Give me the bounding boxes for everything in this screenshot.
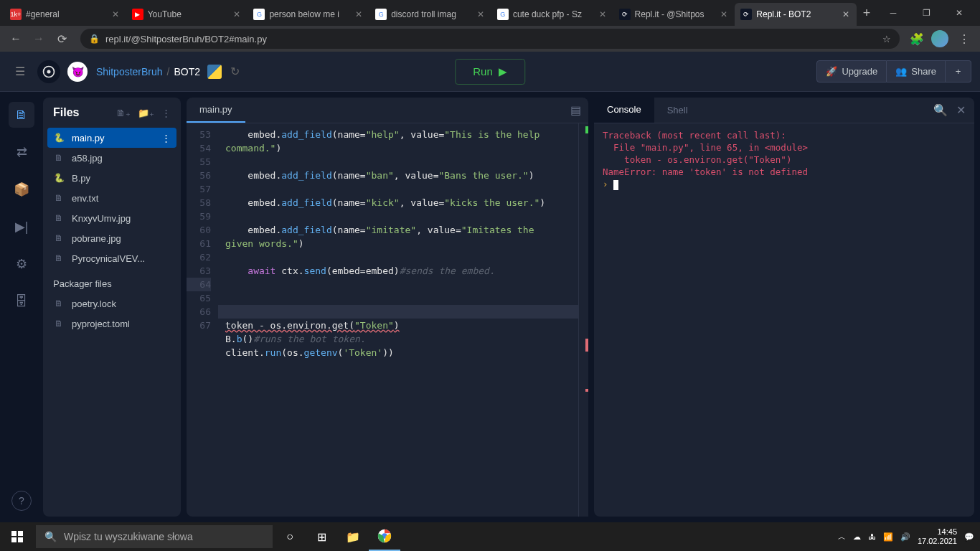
browser-tab[interactable]: ⟳Repl.it - @Shitpos✕ bbox=[613, 3, 735, 26]
version-control-icon[interactable]: ⇄ bbox=[9, 139, 34, 165]
breadcrumb-user[interactable]: ShitposterBruh bbox=[96, 66, 163, 77]
file-name: B.py bbox=[72, 173, 90, 184]
history-icon[interactable]: ↻ bbox=[230, 65, 240, 78]
editor-tab-main[interactable]: main.py bbox=[187, 98, 245, 123]
tray-chevron-icon[interactable]: ︿ bbox=[838, 532, 846, 542]
breadcrumb-project[interactable]: BOT2 bbox=[174, 66, 201, 77]
debugger-icon[interactable]: ▶| bbox=[9, 214, 34, 240]
user-avatar[interactable]: 😈 bbox=[67, 62, 88, 82]
tab-favicon: ⟳ bbox=[740, 9, 752, 20]
tab-close-icon[interactable]: ✕ bbox=[354, 9, 364, 19]
reload-button[interactable]: ⟳ bbox=[52, 29, 72, 49]
tab-close-icon[interactable]: ✕ bbox=[598, 9, 608, 19]
console-panel: Console Shell 🔍 ✕ Traceback (most recent… bbox=[594, 98, 974, 517]
browser-tab[interactable]: ⟳Repl.it - BOT2✕ bbox=[735, 3, 857, 26]
forward-button[interactable]: → bbox=[29, 29, 49, 49]
tray-wifi-icon[interactable]: 📶 bbox=[883, 532, 893, 542]
tab-title: #general bbox=[26, 9, 108, 19]
browser-tab[interactable]: ▶YouTube✕ bbox=[126, 3, 248, 26]
taskbar-clock[interactable]: 14:45 17.02.2021 bbox=[918, 527, 957, 546]
search-icon: 🔍 bbox=[44, 531, 57, 542]
file-name: KnxyvUmv.jpg bbox=[72, 213, 131, 224]
shell-tab[interactable]: Shell bbox=[654, 98, 701, 123]
tab-close-icon[interactable]: ✕ bbox=[110, 9, 121, 19]
chrome-taskbar-icon[interactable] bbox=[369, 522, 400, 551]
code-editor[interactable]: 535455565758596061626364656667 embed.add… bbox=[187, 123, 588, 517]
play-icon: ▶ bbox=[499, 65, 507, 78]
taskbar-search[interactable]: 🔍 Wpisz tu wyszukiwane słowa bbox=[36, 525, 273, 548]
start-button[interactable] bbox=[0, 522, 34, 551]
upgrade-button[interactable]: 🚀Upgrade bbox=[816, 60, 887, 83]
file-item[interactable]: 🗎poetry.lock bbox=[43, 293, 181, 314]
settings-icon[interactable]: ⚙ bbox=[9, 251, 34, 277]
database-icon[interactable]: 🗄 bbox=[9, 288, 34, 314]
browser-tab[interactable]: 1k+#general✕ bbox=[4, 3, 126, 26]
tab-favicon: 1k+ bbox=[10, 9, 22, 20]
tray-volume-icon[interactable]: 🔊 bbox=[900, 532, 910, 542]
file-icon: 🗎 bbox=[53, 318, 65, 329]
tab-favicon: G bbox=[375, 9, 387, 20]
tray-network-icon[interactable]: 🖧 bbox=[868, 532, 876, 541]
tab-title: person below me i bbox=[269, 9, 351, 19]
file-item[interactable]: 🗎a58.jpg bbox=[43, 148, 181, 168]
tab-close-icon[interactable]: ✕ bbox=[232, 9, 242, 19]
bookmark-icon[interactable]: ☆ bbox=[882, 34, 891, 44]
cortana-icon[interactable]: ○ bbox=[274, 522, 306, 551]
minimap[interactable] bbox=[578, 123, 588, 517]
svg-rect-3 bbox=[18, 531, 23, 536]
file-item[interactable]: 🗎env.txt bbox=[43, 188, 181, 208]
browser-tab[interactable]: Gperson below me i✕ bbox=[248, 3, 369, 26]
console-output[interactable]: Traceback (most recent call last): File … bbox=[594, 123, 974, 517]
files-menu-icon[interactable]: ⋮ bbox=[161, 108, 171, 118]
editor-panel: main.py ▤ 535455565758596061626364656667… bbox=[187, 98, 588, 517]
replit-logo[interactable] bbox=[37, 60, 60, 83]
file-item[interactable]: 🗎PyrocynicalVEV... bbox=[43, 248, 181, 268]
explorer-icon[interactable]: 📁 bbox=[337, 522, 369, 551]
file-name: poetry.lock bbox=[72, 298, 116, 309]
svg-rect-4 bbox=[11, 537, 17, 542]
new-file-icon[interactable]: 🗎₊ bbox=[116, 108, 131, 118]
file-item[interactable]: 🗎pyproject.toml bbox=[43, 314, 181, 334]
hamburger-menu[interactable]: ☰ bbox=[9, 60, 32, 83]
tab-close-icon[interactable]: ✕ bbox=[476, 9, 486, 19]
tray-onedrive-icon[interactable]: ☁ bbox=[853, 532, 861, 542]
tab-favicon: G bbox=[253, 9, 265, 20]
notifications-icon[interactable]: 💬 bbox=[964, 532, 974, 542]
packages-icon[interactable]: 📦 bbox=[9, 176, 34, 202]
address-bar[interactable]: 🔒 repl.it/@ShitposterBruh/BOT2#main.py ☆ bbox=[80, 29, 900, 49]
file-item[interactable]: 🐍B.py bbox=[43, 168, 181, 188]
browser-tab[interactable]: Gdiscord troll imag✕ bbox=[369, 3, 491, 26]
markdown-preview-icon[interactable]: ▤ bbox=[563, 103, 588, 117]
back-button[interactable]: ← bbox=[6, 29, 26, 49]
file-icon: 🗎 bbox=[53, 253, 65, 264]
window-close[interactable]: ✕ bbox=[943, 1, 976, 24]
files-rail-icon[interactable]: 🗎 bbox=[9, 102, 34, 128]
file-menu-icon[interactable]: ⋮ bbox=[161, 133, 171, 143]
tab-close-icon[interactable]: ✕ bbox=[719, 9, 729, 19]
console-clear-icon[interactable]: ✕ bbox=[956, 103, 966, 117]
add-collaborator-button[interactable]: + bbox=[946, 60, 971, 83]
tab-title: Repl.it - @Shitpos bbox=[635, 9, 717, 19]
console-tab[interactable]: Console bbox=[594, 98, 654, 123]
window-maximize[interactable]: ❐ bbox=[910, 1, 943, 24]
new-folder-icon[interactable]: 📁₊ bbox=[138, 108, 154, 118]
svg-rect-2 bbox=[11, 531, 17, 536]
share-button[interactable]: 👥Share bbox=[887, 60, 946, 83]
new-tab-button[interactable]: + bbox=[857, 3, 877, 23]
file-item[interactable]: 🗎pobrane.jpg bbox=[43, 228, 181, 248]
task-view-icon[interactable]: ⊞ bbox=[306, 522, 337, 551]
tab-close-icon[interactable]: ✕ bbox=[841, 9, 851, 19]
extensions-icon[interactable]: 🧩 bbox=[908, 30, 925, 47]
window-minimize[interactable]: ─ bbox=[877, 1, 910, 24]
run-button[interactable]: Run▶ bbox=[455, 59, 525, 85]
tab-title: discord troll imag bbox=[391, 9, 473, 19]
tab-favicon: G bbox=[497, 9, 509, 20]
help-icon[interactable]: ? bbox=[11, 491, 32, 511]
browser-tab[interactable]: Gcute duck pfp - Sz✕ bbox=[491, 3, 613, 26]
profile-avatar[interactable] bbox=[931, 30, 948, 47]
file-item[interactable]: 🐍main.py⋮ bbox=[47, 128, 176, 148]
chrome-menu[interactable]: ⋮ bbox=[954, 29, 974, 49]
console-search-icon[interactable]: 🔍 bbox=[933, 103, 948, 117]
url-text: repl.it/@ShitposterBruh/BOT2#main.py bbox=[105, 34, 267, 44]
file-item[interactable]: 🗎KnxyvUmv.jpg bbox=[43, 208, 181, 228]
